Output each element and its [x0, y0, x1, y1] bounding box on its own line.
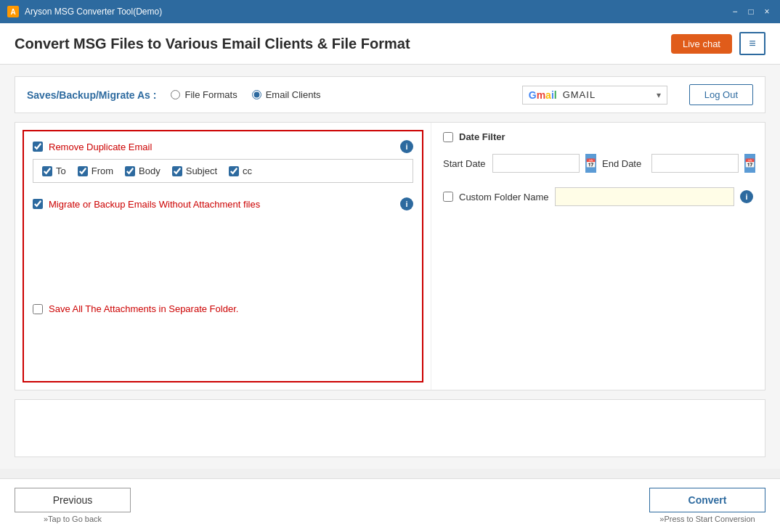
title-bar-left: A Aryson MSG Converter Tool(Demo)	[7, 6, 162, 17]
live-chat-button[interactable]: Live chat	[671, 34, 732, 54]
header-right: Live chat ≡	[671, 32, 765, 55]
saves-label: Saves/Backup/Migrate As :	[27, 89, 156, 101]
checkbox-from-label[interactable]: From	[92, 165, 113, 176]
main-header: Convert MSG Files to Various Email Clien…	[0, 23, 780, 65]
main-panel: Remove Duplicate Email i To From	[15, 122, 765, 390]
custom-folder-label[interactable]: Custom Folder Name	[459, 192, 549, 202]
migrate-checkbox[interactable]	[33, 199, 43, 209]
migrate-label[interactable]: Migrate or Backup Emails Without Attachm…	[49, 199, 260, 210]
minimize-button[interactable]: −	[729, 6, 741, 17]
email-clients-radio-group: Email Clients	[252, 89, 321, 100]
custom-folder-input[interactable]	[555, 187, 734, 206]
checkbox-body-item: Body	[125, 165, 161, 176]
save-attachments-checkbox[interactable]	[33, 304, 43, 314]
app-icon: A	[7, 6, 19, 17]
calendar-icon-symbol: 📅	[585, 158, 596, 168]
checkbox-from-item: From	[78, 165, 113, 176]
convert-hint: »Press to Start Conversion	[659, 515, 755, 523]
previous-hint: »Tap to Go back	[44, 515, 102, 523]
save-attachments-row: Save All The Attachments in Separate Fol…	[33, 303, 413, 314]
file-formats-label[interactable]: File Formats	[184, 89, 237, 100]
saves-bar: Saves/Backup/Migrate As : File Formats E…	[15, 76, 765, 113]
custom-folder-row: Custom Folder Name i	[443, 187, 753, 206]
info-icon-2[interactable]: i	[400, 197, 413, 210]
title-bar-title: Aryson MSG Converter Tool(Demo)	[25, 7, 162, 17]
gmail-logo: Gmail	[529, 89, 557, 101]
maximize-button[interactable]: □	[745, 6, 757, 17]
date-row: Start Date 📅 End Date 📅	[443, 154, 753, 173]
migrate-row: Migrate or Backup Emails Without Attachm…	[33, 199, 260, 210]
checkbox-body-label[interactable]: Body	[139, 165, 161, 176]
remove-duplicate-row: Remove Duplicate Email	[33, 142, 152, 152]
title-bar: A Aryson MSG Converter Tool(Demo) − □ ×	[0, 0, 780, 23]
checkbox-subject[interactable]	[172, 166, 182, 176]
right-panel: Date Filter Start Date 📅 End Date 📅 Cust…	[431, 123, 765, 390]
left-panel: Remove Duplicate Email i To From	[23, 130, 423, 382]
close-button[interactable]: ×	[761, 6, 773, 17]
end-calendar-icon[interactable]: 📅	[744, 154, 755, 173]
gmail-text: GMAIL	[563, 89, 651, 100]
sub-checkbox-row: To From Body Subject cc	[33, 159, 413, 183]
email-clients-label[interactable]: Email Clients	[266, 89, 321, 100]
start-date-input[interactable]	[492, 154, 580, 173]
convert-button[interactable]: Convert	[649, 488, 765, 512]
file-formats-radio[interactable]	[171, 90, 180, 99]
date-filter-label[interactable]: Date Filter	[459, 131, 505, 142]
save-attachments-label[interactable]: Save All The Attachments in Separate Fol…	[49, 303, 238, 314]
checkbox-cc-item: cc	[229, 165, 252, 176]
checkbox-to[interactable]	[42, 166, 52, 176]
checkbox-to-label[interactable]: To	[56, 165, 66, 176]
bottom-section	[15, 399, 765, 457]
footer-right: Convert »Press to Start Conversion	[649, 488, 765, 523]
title-bar-controls: − □ ×	[729, 6, 773, 17]
custom-folder-checkbox[interactable]	[443, 192, 453, 202]
start-date-label: Start Date	[443, 158, 487, 169]
footer-left: Previous »Tap to Go back	[15, 488, 131, 523]
previous-button[interactable]: Previous	[15, 488, 131, 512]
checkbox-to-item: To	[42, 165, 66, 176]
date-filter-row: Date Filter	[443, 131, 753, 142]
date-filter-checkbox[interactable]	[443, 132, 453, 142]
menu-button[interactable]: ≡	[739, 32, 765, 55]
checkbox-subject-label[interactable]: Subject	[186, 165, 217, 176]
file-formats-radio-group: File Formats	[171, 89, 237, 100]
remove-duplicate-checkbox[interactable]	[33, 142, 43, 152]
dropdown-arrow-icon: ▾	[657, 90, 661, 100]
checkbox-from[interactable]	[78, 166, 88, 176]
logout-button[interactable]: Log Out	[689, 84, 753, 105]
end-date-input[interactable]	[651, 154, 739, 173]
content-area: Saves/Backup/Migrate As : File Formats E…	[0, 65, 780, 469]
custom-folder-info-icon[interactable]: i	[740, 190, 753, 203]
email-clients-radio[interactable]	[252, 90, 261, 99]
checkbox-body[interactable]	[125, 166, 135, 176]
checkbox-subject-item: Subject	[172, 165, 217, 176]
info-icon-1[interactable]: i	[400, 140, 413, 153]
gmail-dropdown[interactable]: Gmail GMAIL ▾	[522, 86, 667, 105]
checkbox-cc-label[interactable]: cc	[243, 165, 252, 176]
checkbox-cc[interactable]	[229, 166, 239, 176]
end-date-label: End Date	[602, 158, 646, 169]
start-calendar-icon[interactable]: 📅	[585, 154, 596, 173]
remove-duplicate-label[interactable]: Remove Duplicate Email	[49, 142, 152, 152]
end-calendar-icon-symbol: 📅	[744, 158, 755, 168]
app-title: Convert MSG Files to Various Email Clien…	[15, 36, 410, 52]
footer: Previous »Tap to Go back Convert »Press …	[0, 478, 780, 532]
